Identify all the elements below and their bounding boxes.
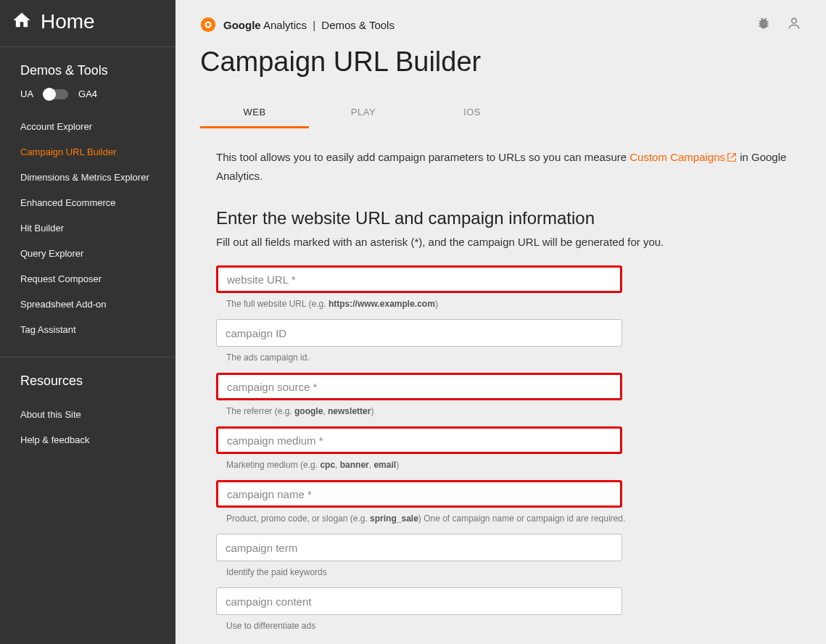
campaign-name-input[interactable]: campaign name * bbox=[216, 480, 622, 508]
section-help: Fill out all fields marked with an aster… bbox=[216, 236, 801, 248]
campaign-source-hint: The referrer (e.g. google, newsletter) bbox=[216, 406, 801, 416]
campaign-source-input[interactable]: campaign source * bbox=[216, 373, 622, 400]
page-title: Campaign URL Builder bbox=[175, 33, 826, 99]
field-campaign-id: campaign ID The ads campaign id. bbox=[216, 319, 801, 363]
field-website-url: website URL * The full website URL (e.g.… bbox=[216, 265, 801, 309]
bug-icon[interactable] bbox=[756, 16, 771, 33]
nav-spreadsheet-addon[interactable]: Spreadsheet Add-on bbox=[0, 292, 175, 317]
svg-point-3 bbox=[792, 18, 797, 23]
resources-heading: Resources bbox=[0, 358, 175, 399]
campaign-term-hint: Identify the paid keywords bbox=[216, 567, 801, 577]
svg-point-2 bbox=[207, 23, 210, 27]
nav-campaign-url-builder[interactable]: Campaign URL Builder bbox=[0, 139, 175, 165]
nav-tag-assistant[interactable]: Tag Assistant bbox=[0, 317, 175, 342]
brand-demos-tools: Demos & Tools bbox=[321, 19, 395, 31]
person-icon[interactable] bbox=[787, 16, 801, 33]
field-campaign-term: campaign term Identify the paid keywords bbox=[216, 534, 801, 577]
toggle-label-ua: UA bbox=[20, 88, 33, 99]
demos-tools-heading: Demos & Tools bbox=[0, 47, 175, 88]
brand: Google Analytics | Demos & Tools bbox=[200, 17, 395, 33]
main: Google Analytics | Demos & Tools Campaig… bbox=[175, 0, 826, 644]
campaign-medium-input[interactable]: campaign medium * bbox=[216, 426, 622, 454]
nav-about-site[interactable]: About this Site bbox=[0, 402, 175, 427]
campaign-id-input[interactable]: campaign ID bbox=[216, 319, 622, 347]
tab-play[interactable]: PLAY bbox=[309, 99, 418, 128]
nav-enhanced-ecommerce[interactable]: Enhanced Ecommerce bbox=[0, 190, 175, 215]
campaign-name-hint: Product, promo code, or slogan (e.g. spr… bbox=[216, 513, 801, 524]
campaign-term-input[interactable]: campaign term bbox=[216, 534, 622, 561]
resources-list: About this Site Help & feedback bbox=[0, 399, 175, 467]
brand-sep: | bbox=[313, 19, 315, 31]
nav-account-explorer[interactable]: Account Explorer bbox=[0, 114, 175, 139]
nav-query-explorer[interactable]: Query Explorer bbox=[0, 241, 175, 266]
home-icon bbox=[12, 10, 32, 33]
campaign-medium-hint: Marketing medium (e.g. cpc, banner, emai… bbox=[216, 460, 801, 470]
field-campaign-medium: campaign medium * Marketing medium (e.g.… bbox=[216, 426, 801, 470]
tab-ios[interactable]: IOS bbox=[418, 99, 526, 128]
ua-ga4-toggle-row: UA GA4 bbox=[0, 88, 175, 111]
toggle-label-ga4: GA4 bbox=[78, 88, 97, 99]
content: This tool allows you to easily add campa… bbox=[175, 128, 826, 644]
topbar-icons bbox=[756, 16, 801, 33]
campaign-content-hint: Use to differentiate ads bbox=[216, 621, 801, 631]
tabs: WEB PLAY IOS bbox=[175, 99, 826, 128]
website-url-hint: The full website URL (e.g. https://www.e… bbox=[216, 299, 801, 309]
website-url-input[interactable]: website URL * bbox=[216, 265, 622, 293]
external-link-icon bbox=[727, 150, 737, 168]
brand-text: Google Analytics | Demos & Tools bbox=[223, 19, 395, 31]
ga-logo-icon bbox=[200, 17, 216, 33]
intro-text: This tool allows you to easily add campa… bbox=[216, 149, 801, 185]
field-campaign-content: campaign content Use to differentiate ad… bbox=[216, 587, 801, 631]
ua-ga4-toggle[interactable] bbox=[44, 89, 68, 99]
custom-campaigns-link[interactable]: Custom Campaigns bbox=[629, 151, 737, 163]
tab-web[interactable]: WEB bbox=[200, 99, 309, 128]
field-campaign-name: campaign name * Product, promo code, or … bbox=[216, 480, 801, 524]
campaign-id-hint: The ads campaign id. bbox=[216, 352, 801, 363]
home-label: Home bbox=[41, 10, 95, 33]
sidebar-home[interactable]: Home bbox=[0, 0, 175, 47]
section-heading: Enter the website URL and campaign infor… bbox=[216, 208, 801, 228]
nav-hit-builder[interactable]: Hit Builder bbox=[0, 215, 175, 241]
campaign-content-input[interactable]: campaign content bbox=[216, 587, 622, 615]
topbar: Google Analytics | Demos & Tools bbox=[175, 0, 826, 33]
nav-dimensions-metrics[interactable]: Dimensions & Metrics Explorer bbox=[0, 165, 175, 190]
brand-analytics: Analytics bbox=[261, 19, 307, 31]
sidebar: Home Demos & Tools UA GA4 Account Explor… bbox=[0, 0, 175, 644]
nav-list: Account Explorer Campaign URL Builder Di… bbox=[0, 111, 175, 357]
field-campaign-source: campaign source * The referrer (e.g. goo… bbox=[216, 373, 801, 416]
nav-help-feedback[interactable]: Help & feedback bbox=[0, 427, 175, 453]
nav-request-composer[interactable]: Request Composer bbox=[0, 266, 175, 292]
intro-pre: This tool allows you to easily add campa… bbox=[216, 151, 629, 163]
toggle-knob bbox=[43, 88, 56, 101]
brand-google: Google bbox=[223, 19, 261, 31]
